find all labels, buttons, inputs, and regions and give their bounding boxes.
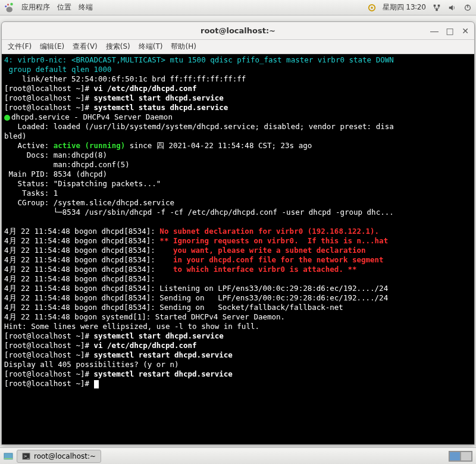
workspace-switcher[interactable]	[449, 451, 472, 462]
svg-point-1	[7, 4, 9, 5]
log: 4月 22 11:54:48 bogon dhcpd[8534]:	[4, 227, 159, 236]
cmd: systemctl start dhcpd.service	[94, 93, 224, 102]
err: No subnet declaration for virbr0 (192.16…	[159, 227, 379, 236]
svg-rect-12	[4, 458, 12, 459]
prompt: [root@localhost ~]#	[4, 341, 94, 350]
svg-point-2	[5, 5, 7, 7]
prompt: [root@localhost ~]#	[4, 379, 94, 388]
cmd: systemctl status dhcpd.service	[94, 103, 228, 112]
line: bled)	[4, 131, 27, 140]
status-active: active (running)	[54, 141, 125, 150]
log: 4月 22 11:54:48 bogon dhcpd[8534]:	[4, 246, 159, 255]
hint: Hint: Some lines were ellipsized, use -l…	[4, 322, 259, 331]
svg-rect-7	[438, 4, 440, 7]
status-dot-icon	[4, 115, 10, 121]
window-title: root@localhost:~	[201, 26, 275, 35]
line: Docs: man:dhcpd(8)	[4, 151, 107, 159]
taskbar-entry-terminal[interactable]: >_ root@localhost:~	[17, 450, 101, 463]
err: to which interface virbr0 is attached. *…	[159, 265, 356, 274]
line: dhcpd.service - DHCPv4 Server Daemon	[11, 112, 173, 121]
menu-help[interactable]: 帮助(H)	[171, 42, 196, 52]
line: group default qlen 1000	[4, 65, 112, 74]
menubar: 文件(F) 编辑(E) 查看(V) 搜索(S) 终端(T) 帮助(H)	[2, 40, 474, 54]
line: link/ether 52:54:00:6f:50:1c brd ff:ff:f…	[4, 74, 246, 83]
prompt: [root@localhost ~]#	[4, 350, 94, 359]
log: 4月 22 11:54:48 bogon dhcpd[8534]:	[4, 236, 159, 245]
minimize-button[interactable]: ―	[429, 26, 440, 36]
menu-view[interactable]: 查看(V)	[73, 42, 98, 52]
prompt: [root@localhost ~]#	[4, 93, 94, 102]
svg-text:>_: >_	[24, 453, 30, 458]
network-icon[interactable]	[432, 3, 441, 12]
err: in your dhcpd.conf file for the network …	[159, 255, 383, 264]
svg-point-0	[10, 2, 13, 5]
titlebar[interactable]: root@localhost:~ ― □ ✕	[2, 22, 474, 40]
close-button[interactable]: ✕	[460, 26, 471, 36]
prompt: [root@localhost ~]#	[4, 331, 94, 340]
notification-icon[interactable]	[367, 3, 377, 12]
bottom-panel: >_ root@localhost:~	[0, 447, 476, 464]
line: 4: virbr0-nic: <BROADCAST,MULTICAST> mtu…	[4, 55, 394, 64]
line: Tasks: 1	[4, 189, 58, 197]
line: └─8534 /usr/sbin/dhcpd -f -cf /etc/dhcp/…	[4, 208, 394, 217]
top-panel: 应用程序 位置 终端 星期四 13∶20	[0, 0, 476, 15]
taskbar-label: root@localhost:~	[34, 452, 96, 460]
log: 4月 22 11:54:48 bogon dhcpd[8534]:	[4, 265, 159, 274]
line: since 四 2021-04-22 11:54:48 CST; 23s ago	[125, 141, 312, 150]
terminal-window: root@localhost:~ ― □ ✕ 文件(F) 编辑(E) 查看(V)…	[1, 21, 475, 445]
line: man:dhcpd.conf(5)	[4, 160, 130, 169]
log: 4月 22 11:54:48 bogon dhcpd[8534]: Sendin…	[4, 303, 343, 312]
svg-point-5	[371, 7, 373, 9]
cmd: systemctl restart dhcpd.service	[94, 350, 233, 359]
maximize-button[interactable]: □	[444, 26, 455, 36]
volume-icon[interactable]	[447, 3, 457, 12]
gnome-icon[interactable]	[4, 2, 14, 13]
log: 4月 22 11:54:48 bogon dhcpd[8534]:	[4, 274, 159, 283]
menu-file[interactable]: 文件(F)	[8, 42, 32, 52]
line: CGroup: /system.slice/dhcpd.service	[4, 198, 174, 207]
prompt: [root@localhost ~]#	[4, 369, 94, 378]
prompt: [root@localhost ~]#	[4, 84, 94, 93]
prompt: [root@localhost ~]#	[4, 103, 94, 112]
menu-places[interactable]: 位置	[57, 2, 71, 12]
line: Loaded: loaded (/usr/lib/systemd/system/…	[4, 122, 394, 131]
line: Display all 405 possibilities? (y or n)	[4, 360, 179, 369]
clock[interactable]: 星期四 13∶20	[383, 2, 426, 12]
terminal-output[interactable]: 4: virbr0-nic: <BROADCAST,MULTICAST> mtu…	[2, 54, 474, 444]
cmd: systemctl start dhcpd.service	[94, 331, 224, 340]
err: ** Ignoring requests on virbr0. If this …	[159, 236, 388, 245]
log: 4月 22 11:54:48 bogon dhcpd[8534]: Listen…	[4, 284, 388, 293]
menu-terminal[interactable]: 终端	[79, 2, 93, 12]
cursor	[94, 380, 99, 388]
line: Status: "Dispatching packets..."	[4, 179, 161, 188]
err: you want, please write a subnet declarat…	[159, 246, 365, 255]
svg-point-3	[7, 7, 13, 12]
terminal-icon: >_	[22, 452, 30, 460]
svg-rect-6	[434, 4, 436, 7]
cmd: vi /etc/dhcp/dhcpd.conf	[94, 84, 197, 93]
menu-search[interactable]: 搜索(S)	[106, 42, 130, 52]
menu-applications[interactable]: 应用程序	[21, 2, 50, 12]
line: Main PID: 8534 (dhcpd)	[4, 170, 107, 178]
workspace-2[interactable]	[461, 452, 472, 461]
log: 4月 22 11:54:48 bogon systemd[1]: Started…	[4, 312, 285, 321]
menu-terminal[interactable]: 终端(T)	[139, 42, 163, 52]
log: 4月 22 11:54:48 bogon dhcpd[8534]: Sendin…	[4, 293, 388, 302]
power-icon[interactable]	[463, 3, 472, 12]
menu-edit[interactable]: 编辑(E)	[40, 42, 64, 52]
cmd: systemctl restart dhcpd.service	[94, 369, 233, 378]
log: 4月 22 11:54:48 bogon dhcpd[8534]:	[4, 255, 159, 264]
workspace-1[interactable]	[449, 452, 461, 461]
line: Active:	[4, 141, 54, 150]
cmd: vi /etc/dhcp/dhcpd.conf	[94, 341, 197, 350]
show-desktop-icon[interactable]	[4, 452, 13, 461]
